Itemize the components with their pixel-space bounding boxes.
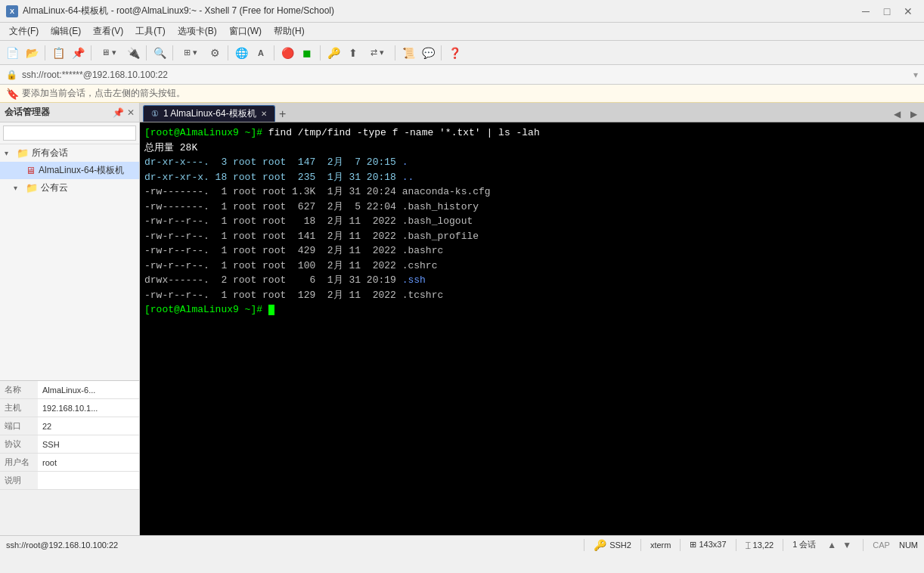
status-terminal: xterm [650, 540, 671, 550]
content-wrapper: ① 1 AlmaLinux-64-模板机 ✕ + ◀ ▶ [root@AlmaL… [140, 103, 924, 535]
terminal-line-12: -rw-r--r--. 1 root root 129 2月 11 2022 .… [144, 288, 919, 303]
info-row-note: 说明 [0, 472, 139, 490]
status-right: 🔑 SSH2 xterm ⊞ 143x37 ⌶ 13,22 1 会话 ▲ ▼ C… [584, 538, 918, 552]
toolbar-separator-6 [274, 45, 274, 60]
folder-icon-cloud: 📁 [26, 182, 38, 194]
status-cap: CAP [873, 540, 890, 550]
status-divider-1 [584, 539, 584, 551]
search-button[interactable]: 🔍 [150, 44, 169, 62]
add-tab-button[interactable]: + [275, 107, 290, 122]
menu-tabs[interactable]: 选项卡(B) [172, 23, 223, 39]
sidebar-search-container [0, 122, 139, 144]
toolbar-separator-4 [172, 45, 173, 60]
terminal-line-10: -rw-r--r--. 1 root root 100 2月 11 2022 .… [144, 259, 919, 274]
menu-tools[interactable]: 工具(T) [129, 23, 171, 39]
tab-nav: ◀ ▶ [889, 107, 921, 122]
status-connection: ssh://root@192.168.10.100:22 [6, 540, 578, 550]
terminal-line-13: [root@AlmaLinux9 ~]# [144, 302, 919, 317]
menu-view[interactable]: 查看(V) [87, 23, 129, 39]
chat-button[interactable]: 💬 [419, 44, 437, 62]
sidebar-header: 会话管理器 📌 ✕ [0, 103, 139, 122]
status-divider-3 [680, 539, 681, 551]
tab-prev-button[interactable]: ◀ [889, 107, 904, 122]
sidebar-pin-icon[interactable]: 📌 [113, 107, 124, 118]
layout-button[interactable]: ⊞ ▾ [177, 44, 204, 62]
sidebar-search-input[interactable] [3, 125, 136, 141]
app-icon: X [6, 5, 18, 17]
connect-button[interactable]: 🖥 ▾ [95, 44, 122, 62]
session-info-panel: 名称 AlmaLinux-6... 主机 192.168.10.1... 端口 … [0, 380, 139, 535]
tree-item-all-sessions[interactable]: ▾ 📁 所有会话 [0, 144, 139, 162]
session-info-empty [0, 490, 139, 535]
toolbar-separator-9 [441, 45, 442, 60]
terminal-line-8: -rw-r--r--. 1 root root 141 2月 11 2022 .… [144, 229, 919, 244]
paste-button[interactable]: 📌 [69, 44, 87, 62]
earth-button[interactable]: 🌐 [232, 44, 250, 62]
maximize-button[interactable]: □ [877, 4, 897, 19]
address-bar: 🔒 ssh://root:******@192.168.10.100:22 ▾ [0, 65, 924, 85]
terminal-line-2: 总用量 28K [144, 141, 919, 156]
upload-button[interactable]: ⬆ [344, 44, 362, 62]
window-title: AlmaLinux-64-模板机 - root@AlmaLinux9:~ - X… [23, 5, 334, 17]
menu-window[interactable]: 窗口(W) [223, 23, 268, 39]
tab-alma[interactable]: ① 1 AlmaLinux-64-模板机 ✕ [143, 105, 275, 122]
open-button[interactable]: 📂 [23, 44, 41, 62]
tab-close-icon[interactable]: ✕ [261, 110, 267, 118]
minimize-button[interactable]: ─ [856, 4, 876, 19]
disconnect-button[interactable]: 🔌 [124, 44, 142, 62]
menu-edit[interactable]: 编辑(E) [45, 23, 87, 39]
address-expand-icon[interactable]: ▾ [913, 70, 918, 80]
sidebar-title: 会话管理器 [5, 106, 50, 119]
session-up-button[interactable]: ▲ [825, 538, 839, 552]
terminal-area[interactable]: [root@AlmaLinux9 ~]# find /tmp/find -typ… [140, 122, 924, 535]
settings-button[interactable]: ⚙ [206, 44, 224, 62]
key-button[interactable]: 🔑 [324, 44, 343, 62]
bookmark-icon: 🔖 [6, 88, 19, 100]
toolbar-separator-2 [91, 45, 91, 60]
menu-help[interactable]: 帮助(H) [268, 23, 311, 39]
terminal-line-6: -rw-------. 1 root root 627 2月 5 22:04 .… [144, 200, 919, 215]
info-label-host: 主机 [0, 399, 38, 417]
copy-button[interactable]: 📋 [49, 44, 67, 62]
status-protocol-segment: 🔑 SSH2 [594, 539, 631, 551]
session-tree: ▾ 📁 所有会话 🖥 AlmaLinux-64-模板机 ▾ 📁 公有云 [0, 144, 139, 380]
expand-icon-all: ▾ [5, 149, 14, 157]
session-icon-alma: 🖥 [26, 165, 36, 176]
info-label-name: 名称 [0, 381, 38, 399]
help-button[interactable]: ❓ [445, 44, 464, 62]
status-bar: ssh://root@192.168.10.100:22 🔑 SSH2 xter… [0, 535, 924, 553]
transfer-button[interactable]: ⇄ ▾ [364, 44, 391, 62]
sidebar: 会话管理器 📌 ✕ ▾ 📁 所有会话 🖥 AlmaLinux-64-模板机 ▾ [0, 103, 140, 535]
font-button[interactable]: A [252, 44, 270, 62]
session-down-button[interactable]: ▼ [840, 538, 854, 552]
address-text: ssh://root:******@192.168.10.100:22 [22, 70, 168, 80]
sidebar-header-controls: 📌 ✕ [113, 107, 135, 118]
terminal-line-9: -rw-r--r--. 1 root root 429 2月 11 2022 .… [144, 243, 919, 259]
info-value-note [38, 472, 139, 490]
green-button[interactable]: ◼ [298, 44, 316, 62]
expand-icon-cloud: ▾ [14, 184, 23, 192]
script-button[interactable]: 📜 [399, 44, 417, 62]
folder-icon-all: 📁 [17, 147, 29, 159]
toolbar-separator-1 [45, 45, 45, 60]
status-divider-6 [863, 539, 864, 551]
terminal-line-11: drwx------. 2 root root 6 1月 31 20:19 .s… [144, 273, 919, 288]
tree-item-cloud[interactable]: ▾ 📁 公有云 [0, 179, 139, 197]
info-value-protocol: SSH [38, 435, 139, 454]
terminal-line-4: dr-xr-xr-x. 18 root root 235 1月 31 20:18… [144, 170, 919, 185]
window-controls: ─ □ ✕ [856, 4, 918, 19]
info-label-port: 端口 [0, 417, 38, 435]
red-button[interactable]: 🔴 [278, 44, 296, 62]
new-session-button[interactable]: 📄 [3, 44, 21, 62]
info-label-protocol: 协议 [0, 435, 38, 454]
status-divider-4 [736, 539, 736, 551]
menu-file[interactable]: 文件(F) [3, 23, 45, 39]
tab-bar: ① 1 AlmaLinux-64-模板机 ✕ + ◀ ▶ [140, 103, 924, 122]
close-button[interactable]: ✕ [898, 4, 918, 19]
tree-item-alma[interactable]: 🖥 AlmaLinux-64-模板机 [0, 162, 139, 179]
status-divider-5 [783, 539, 783, 551]
info-value-name: AlmaLinux-6... [38, 381, 139, 399]
session-info-table: 名称 AlmaLinux-6... 主机 192.168.10.1... 端口 … [0, 381, 139, 490]
sidebar-close-icon[interactable]: ✕ [127, 107, 135, 118]
tab-next-button[interactable]: ▶ [906, 107, 921, 122]
